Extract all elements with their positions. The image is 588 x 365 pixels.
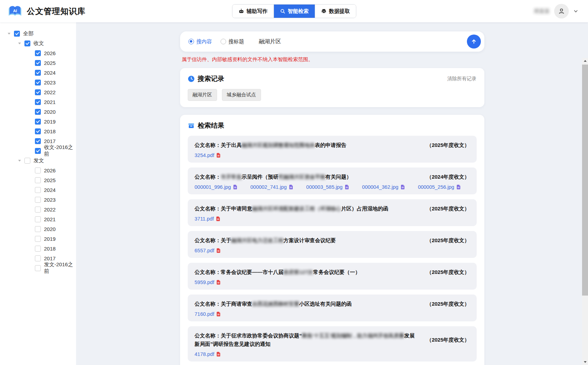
file-link[interactable]: 4178.pdf xyxy=(195,351,221,357)
checkbox-recv-2022[interactable] xyxy=(35,89,41,95)
scrollbar-up-button[interactable] xyxy=(582,58,588,64)
checkbox-recv-2020[interactable] xyxy=(35,109,41,115)
caret-down-icon[interactable] xyxy=(8,33,14,35)
tree-item-recv-2024[interactable]: 2024 xyxy=(0,68,76,77)
tree-item-send-pre2016[interactable]: 发文-2016之前 xyxy=(0,263,76,273)
tree-label: 2025 xyxy=(44,177,55,183)
tree-item-send-2023[interactable]: 2023 xyxy=(0,195,76,204)
tree-item-recv-2025[interactable]: 2025 xyxy=(0,58,76,68)
result-title: 公文名称：关于商请审查自西花洲西柳村安置小区选址有关问题的函 xyxy=(195,300,419,308)
tree-label: 2026 xyxy=(44,50,55,56)
tree-item-send-2025[interactable]: 2025 xyxy=(0,175,76,185)
file-link[interactable]: 000004_362.jpg xyxy=(362,184,405,190)
caret-down-icon[interactable] xyxy=(18,160,24,162)
checkbox-recv-pre2016[interactable] xyxy=(35,148,41,154)
radio-title[interactable] xyxy=(221,39,226,44)
checkbox-recv[interactable] xyxy=(24,40,30,46)
jpg-file-icon xyxy=(233,185,237,189)
search-mode-title[interactable]: 搜标题 xyxy=(221,38,244,45)
radio-content-selected[interactable] xyxy=(188,39,194,44)
checkbox-send-2024[interactable] xyxy=(35,187,41,193)
file-link[interactable]: 000005_256.jpg xyxy=(418,184,461,190)
nav-data-extract-button[interactable]: 数据提取 xyxy=(315,5,356,18)
tree-item-recv-2023[interactable]: 2023 xyxy=(0,77,76,87)
nav-smart-search-button[interactable]: 智能检索 xyxy=(274,5,315,18)
result-title: 公文名称：市开常批示呈阅件（预研究融湖片区资金平衡有关问题） xyxy=(195,173,419,181)
result-file-list: 7160.pdf xyxy=(195,311,470,317)
checkbox-recv-2024[interactable] xyxy=(35,70,41,76)
tree-item-send-2026[interactable]: 2026 xyxy=(0,165,76,175)
search-submit-button[interactable] xyxy=(467,35,481,49)
checkbox-send-2020[interactable] xyxy=(35,226,41,232)
checkbox-send-pre2016[interactable] xyxy=(35,265,41,271)
checkbox-recv-2019[interactable] xyxy=(35,119,41,125)
file-link[interactable]: 6557.pdf xyxy=(195,248,221,253)
printer-icon xyxy=(321,8,327,14)
search-input[interactable]: 融湖片区 xyxy=(259,38,467,45)
checkbox-send-2018[interactable] xyxy=(35,246,41,252)
tree-item-recv-2022[interactable]: 2022 xyxy=(0,87,76,97)
file-name: 000005_256.jpg xyxy=(418,184,454,190)
checkbox-all[interactable] xyxy=(14,31,20,37)
checkbox-send-2025[interactable] xyxy=(35,177,41,183)
checkbox-send-2021[interactable] xyxy=(35,216,41,222)
redacted-text: 究融湖片区资金平衡 xyxy=(278,174,326,180)
tree-item-recv-2020[interactable]: 2020 xyxy=(0,107,76,117)
checkbox-send-2022[interactable] xyxy=(35,207,41,213)
tree-item-send-2019[interactable]: 2019 xyxy=(0,234,76,244)
file-name: 3254.pdf xyxy=(195,152,214,158)
history-tag[interactable]: 融湖片区 xyxy=(188,89,217,101)
checkbox-recv-2021[interactable] xyxy=(35,99,41,105)
history-tag[interactable]: 城乡融合试点 xyxy=(222,89,261,101)
tree-item-send-2024[interactable]: 2024 xyxy=(0,185,76,195)
title-text: 常务会议纪要（一） xyxy=(313,269,360,275)
tree-item-recv-2019[interactable]: 2019 xyxy=(0,117,76,126)
result-item: 公文名称：市开常批示呈阅件（预研究融湖片区资金平衡有关问题）（2024年度收文）… xyxy=(188,167,477,194)
tree-label: 全部 xyxy=(23,30,34,37)
file-name: 4178.pdf xyxy=(195,351,214,357)
checkbox-send-2023[interactable] xyxy=(35,197,41,203)
scrollbar-down-button[interactable] xyxy=(582,359,588,365)
checkbox-recv-2025[interactable] xyxy=(35,60,41,66)
result-list: 公文名称：关于出具融湖片区规划调整通知范围地块表的申请报告（2025年度收文）3… xyxy=(188,136,477,365)
scrollbar-thumb[interactable] xyxy=(582,65,588,296)
checkbox-send[interactable] xyxy=(24,158,30,164)
chevron-down-icon[interactable] xyxy=(573,9,578,14)
tree-item-recv[interactable]: 收文 xyxy=(0,38,76,48)
tree-item-recv-2026[interactable]: 2026 xyxy=(0,48,76,58)
result-year-badge: （2025年度收文） xyxy=(426,142,469,149)
checkbox-recv-2017[interactable] xyxy=(35,138,41,144)
result-title: 公文名称：常务会议纪要——市十八届政府第127次常务会议纪要（一） xyxy=(195,268,419,276)
tree-item-send-2018[interactable]: 2018 xyxy=(0,244,76,253)
tree-item-send-2021[interactable]: 2021 xyxy=(0,214,76,224)
pdf-file-icon xyxy=(216,248,221,253)
tree-item-send-2020[interactable]: 2020 xyxy=(0,224,76,234)
checkbox-recv-2023[interactable] xyxy=(35,80,41,85)
search-mode-content[interactable]: 搜内容 xyxy=(188,38,212,45)
tree-item-all[interactable]: 全部 xyxy=(0,29,76,38)
file-link[interactable]: 3254.pdf xyxy=(195,152,221,158)
file-link[interactable]: 3711.pdf xyxy=(195,216,220,222)
result-year-badge: （2025年度收文） xyxy=(426,237,469,244)
checkbox-recv-2018[interactable] xyxy=(35,128,41,134)
caret-down-icon[interactable] xyxy=(18,43,24,44)
file-link[interactable]: 5959.pdf xyxy=(195,280,221,285)
checkbox-send-2026[interactable] xyxy=(35,167,41,173)
checkbox-send-2019[interactable] xyxy=(35,236,41,242)
tree-item-recv-2021[interactable]: 2021 xyxy=(0,97,76,107)
tree-item-recv-2018[interactable]: 2018 xyxy=(0,126,76,136)
file-link[interactable]: 000002_741.jpg xyxy=(251,184,293,190)
tree-item-recv-pre2016[interactable]: 收文-2016之前 xyxy=(0,146,76,156)
file-link[interactable]: 000003_585.jpg xyxy=(306,184,349,190)
checkbox-recv-2026[interactable] xyxy=(35,50,41,56)
nav-assist-writing-button[interactable]: 辅助写作 xyxy=(232,5,274,18)
file-link[interactable]: 000001_996.jpg xyxy=(195,184,237,190)
user-avatar[interactable] xyxy=(554,4,569,18)
history-tag-list: 融湖片区城乡融合试点 xyxy=(188,89,477,101)
tree-item-send-2022[interactable]: 2022 xyxy=(0,204,76,214)
file-link[interactable]: 7160.pdf xyxy=(195,311,221,317)
checkbox-send-2017[interactable] xyxy=(35,255,41,261)
title-text: 关于出具 xyxy=(221,142,242,148)
clear-history-button[interactable]: 清除所有记录 xyxy=(447,76,477,82)
vertical-scrollbar[interactable] xyxy=(582,58,588,365)
